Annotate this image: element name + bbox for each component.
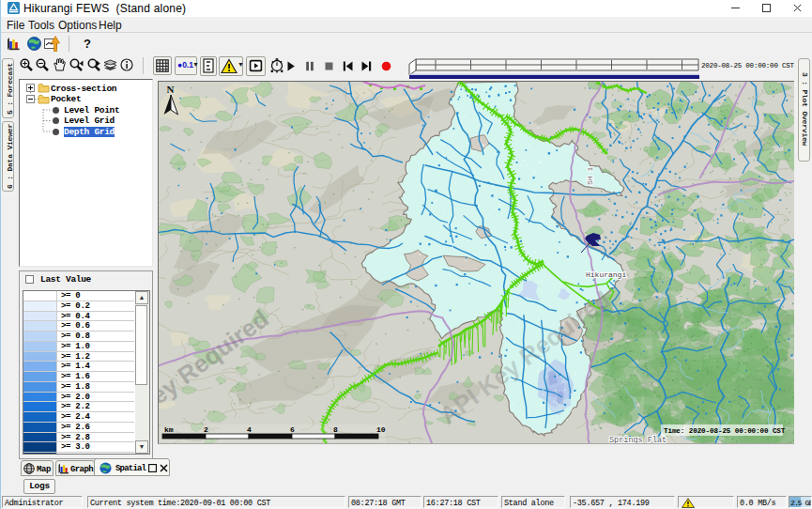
svg-text:km: km xyxy=(164,425,174,434)
svg-text:2: 2 xyxy=(204,425,208,434)
svg-text:Springs Flat: Springs Flat xyxy=(609,436,666,444)
svg-text:10: 10 xyxy=(376,425,386,434)
svg-text:4: 4 xyxy=(247,425,252,434)
svg-text:6: 6 xyxy=(290,425,295,434)
svg-text:N: N xyxy=(167,84,175,95)
svg-text:Hikurangi: Hikurangi xyxy=(586,270,626,279)
svg-text:8: 8 xyxy=(333,425,338,434)
svg-text:Time: 2020-08-25 00:00:00 CST: Time: 2020-08-25 00:00:00 CST xyxy=(664,427,786,435)
svg-text:SH 1: SH 1 xyxy=(586,167,594,185)
